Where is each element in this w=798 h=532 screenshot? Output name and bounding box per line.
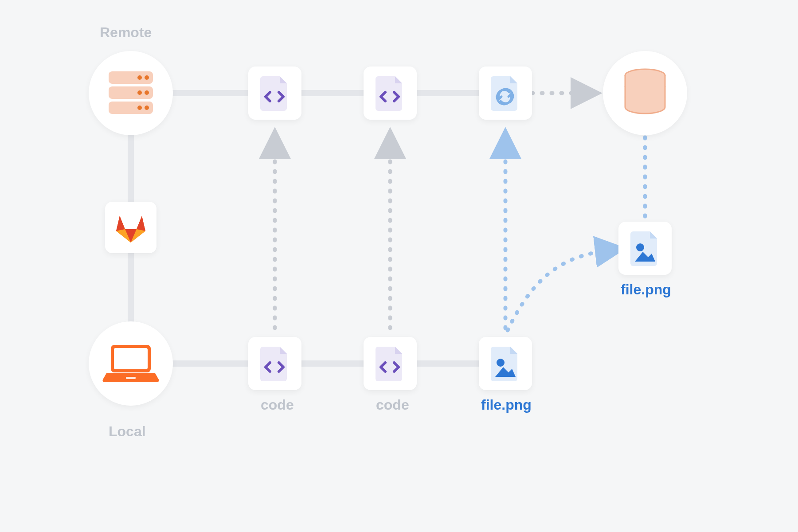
local-image-card [479, 337, 532, 390]
local-section-label: Local [109, 423, 146, 440]
image-file-icon [490, 345, 521, 382]
svg-rect-10 [114, 348, 148, 369]
sync-file-icon [490, 74, 521, 112]
local-code-card-1 [248, 337, 301, 390]
svg-point-19 [497, 359, 505, 367]
svg-point-20 [636, 243, 644, 251]
svg-point-5 [137, 90, 142, 95]
image-lfs-curve-connector [508, 250, 614, 330]
laptop-icon [102, 341, 160, 386]
remote-sync-card [479, 66, 532, 120]
lfs-image-card [618, 222, 672, 275]
local-image-label: file.png [481, 397, 532, 413]
svg-rect-11 [126, 377, 136, 379]
remote-section-label: Remote [100, 24, 152, 41]
code-file-icon [375, 345, 406, 382]
local-code-2-label: code [376, 397, 409, 413]
svg-marker-13 [116, 216, 125, 231]
svg-point-7 [137, 106, 142, 110]
local-laptop-hub [89, 321, 173, 406]
gitlab-icon [113, 211, 148, 243]
lfs-image-label: file.png [621, 282, 671, 298]
server-icon [104, 69, 157, 117]
svg-point-6 [145, 90, 149, 95]
code-file-icon [375, 74, 406, 112]
remote-code-card-2 [364, 66, 417, 120]
svg-marker-14 [137, 216, 145, 231]
code-file-icon [259, 345, 290, 382]
remote-server-hub [89, 51, 173, 135]
local-code-card-2 [364, 337, 417, 390]
svg-point-4 [145, 75, 149, 80]
database-icon [621, 66, 669, 120]
code-file-icon [259, 74, 290, 112]
diagram-stage: Remote Local [0, 0, 798, 532]
database-hub [603, 51, 687, 135]
remote-code-card-1 [248, 66, 301, 120]
svg-point-8 [145, 106, 149, 110]
local-code-1-label: code [261, 397, 294, 413]
svg-point-3 [137, 75, 142, 80]
gitlab-badge [105, 202, 156, 253]
image-file-icon [630, 230, 661, 267]
